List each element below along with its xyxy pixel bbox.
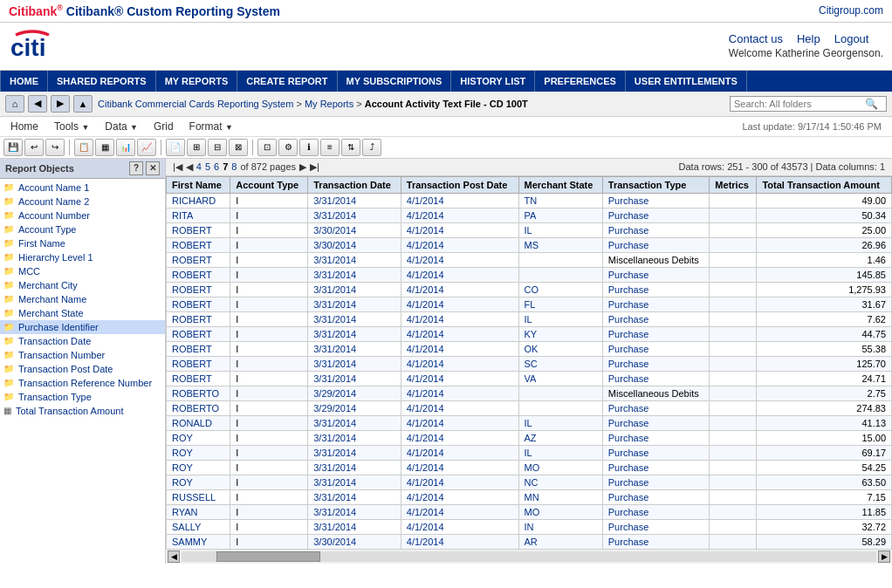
table-row[interactable]: ROBERTI3/31/20144/1/2014KYPurchase44.75 bbox=[167, 326, 892, 341]
scroll-track[interactable] bbox=[182, 551, 876, 562]
chart2-icon-btn[interactable]: 📈 bbox=[137, 139, 156, 156]
obj-purchase-identifier[interactable]: 📁Purchase Identifier bbox=[0, 320, 165, 334]
table-row[interactable]: SAMMYI3/30/20144/1/2014ARPurchase58.29 bbox=[167, 534, 892, 549]
col-transaction-type[interactable]: Transaction Type bbox=[602, 176, 710, 193]
scroll-left-btn[interactable]: ◀ bbox=[168, 550, 180, 563]
next-page-btn[interactable]: ▶ bbox=[299, 161, 306, 173]
table-row[interactable]: RICHARDI3/31/20144/1/2014TNPurchase49.00 bbox=[167, 193, 892, 208]
report-icon-btn[interactable]: 📋 bbox=[74, 139, 93, 156]
home-nav-btn[interactable]: ⌂ bbox=[5, 95, 24, 113]
obj-transaction-post-date[interactable]: 📁Transaction Post Date bbox=[0, 362, 165, 376]
table-row[interactable]: ROYI3/31/20144/1/2014MOPurchase54.25 bbox=[167, 460, 892, 475]
save-icon-btn[interactable]: 💾 bbox=[3, 139, 23, 156]
menu-format[interactable]: Format ▼ bbox=[182, 119, 240, 134]
nav-preferences[interactable]: PREFERENCES bbox=[535, 71, 626, 92]
last-page-btn[interactable]: ▶| bbox=[310, 161, 319, 173]
table-row[interactable]: ROBERTI3/30/20144/1/2014MSPurchase26.96 bbox=[167, 237, 892, 252]
col-merchant-state[interactable]: Merchant State bbox=[518, 176, 602, 193]
breadcrumb-system[interactable]: Citibank Commercial Cards Reporting Syst… bbox=[98, 99, 293, 109]
obj-account-number[interactable]: 📁Account Number bbox=[0, 209, 165, 222]
table-row[interactable]: ROBERTI3/31/20144/1/2014FLPurchase31.67 bbox=[167, 297, 892, 311]
undo-icon-btn[interactable]: ↩ bbox=[24, 139, 44, 156]
obj-transaction-date[interactable]: 📁Transaction Date bbox=[0, 334, 165, 348]
table-row[interactable]: RITAI3/31/20144/1/2014PAPurchase50.34 bbox=[167, 208, 892, 222]
page-icon-btn[interactable]: 📄 bbox=[166, 139, 185, 156]
nav-my-subscriptions[interactable]: MY SUBSCRIPTIONS bbox=[338, 71, 452, 92]
list-icon-btn[interactable]: ≡ bbox=[320, 139, 340, 156]
obj-account-type[interactable]: 📁Account Type bbox=[0, 222, 165, 236]
contact-link[interactable]: Contact us bbox=[729, 32, 783, 45]
menu-data[interactable]: Data ▼ bbox=[98, 119, 145, 134]
redo-icon-btn[interactable]: ↪ bbox=[45, 139, 65, 156]
settings-icon-btn[interactable]: ⚙ bbox=[278, 139, 298, 156]
search-box[interactable]: 🔍 bbox=[730, 96, 887, 112]
table-row[interactable]: ROBERTOI3/29/20144/1/2014Miscellaneous D… bbox=[167, 386, 892, 400]
obj-merchant-state[interactable]: 📁Merchant State bbox=[0, 306, 165, 320]
col-metrics[interactable]: Metrics bbox=[710, 176, 757, 193]
col-first-name[interactable]: First Name bbox=[167, 176, 230, 193]
table-row[interactable]: ROBERTI3/31/20144/1/2014Miscellaneous De… bbox=[167, 252, 892, 267]
scroll-right-btn[interactable]: ▶ bbox=[878, 550, 890, 563]
page-5-link[interactable]: 5 bbox=[205, 161, 210, 172]
sort-icon-btn[interactable]: ⇅ bbox=[341, 139, 360, 156]
table-icon-btn[interactable]: ▦ bbox=[95, 139, 114, 156]
page-4-link[interactable]: 4 bbox=[196, 161, 202, 172]
page-6-link[interactable]: 6 bbox=[214, 161, 219, 172]
menu-tools[interactable]: Tools ▼ bbox=[47, 119, 96, 134]
prev-page-btn[interactable]: ◀ bbox=[186, 161, 193, 173]
table-row[interactable]: ROYI3/31/20144/1/2014AZPurchase15.00 bbox=[167, 430, 892, 445]
table-row[interactable]: RYANI3/31/20144/1/2014MOPurchase11.85 bbox=[167, 504, 892, 519]
table-row[interactable]: RUSSELLI3/31/20144/1/2014MNPurchase7.15 bbox=[167, 489, 892, 504]
nav-user-entitlements[interactable]: USER ENTITLEMENTS bbox=[626, 71, 747, 92]
nav-home[interactable]: HOME bbox=[0, 71, 48, 92]
grid2-icon-btn[interactable]: ⊟ bbox=[208, 139, 227, 156]
obj-transaction-ref-number[interactable]: 📁Transaction Reference Number bbox=[0, 376, 165, 390]
page-8-link[interactable]: 8 bbox=[231, 161, 237, 172]
table-row[interactable]: ROBERTI3/31/20144/1/2014COPurchase1,275.… bbox=[167, 282, 892, 297]
col-total-amount[interactable]: Total Transaction Amount bbox=[757, 176, 892, 193]
table-row[interactable]: ROBERTI3/31/20144/1/2014ILPurchase7.62 bbox=[167, 311, 892, 326]
breadcrumb-section[interactable]: My Reports bbox=[305, 99, 353, 109]
col-transaction-post-date[interactable]: Transaction Post Date bbox=[401, 176, 518, 193]
grid1-icon-btn[interactable]: ⊞ bbox=[187, 139, 206, 156]
obj-hierarchy-level-1[interactable]: 📁Hierarchy Level 1 bbox=[0, 250, 165, 264]
table-row[interactable]: ROBERTI3/31/20144/1/2014VAPurchase24.71 bbox=[167, 371, 892, 386]
col-account-type[interactable]: Account Type bbox=[230, 176, 308, 193]
grid3-icon-btn[interactable]: ⊠ bbox=[229, 139, 248, 156]
nav-create-report[interactable]: CREATE REPORT bbox=[237, 71, 337, 92]
search-icon[interactable]: 🔍 bbox=[865, 98, 878, 110]
menu-grid[interactable]: Grid bbox=[147, 119, 181, 134]
nav-my-reports[interactable]: MY REPORTS bbox=[156, 71, 238, 92]
table-row[interactable]: RONALDI3/31/20144/1/2014ILPurchase41.13 bbox=[167, 415, 892, 430]
obj-merchant-name[interactable]: 📁Merchant Name bbox=[0, 292, 165, 306]
table-row[interactable]: SALLYI3/31/20144/1/2014INPurchase32.72 bbox=[167, 519, 892, 534]
chart-bar-icon-btn[interactable]: 📊 bbox=[116, 139, 135, 156]
filter-icon-btn[interactable]: ⊡ bbox=[257, 139, 277, 156]
first-page-btn[interactable]: |◀ bbox=[173, 161, 182, 173]
table-row[interactable]: ROBERTI3/30/20144/1/2014ILPurchase25.00 bbox=[167, 222, 892, 237]
obj-transaction-number[interactable]: 📁Transaction Number bbox=[0, 348, 165, 362]
up-nav-btn[interactable]: ▲ bbox=[73, 95, 93, 113]
info-icon-btn[interactable]: ℹ bbox=[299, 139, 319, 156]
table-row[interactable]: ROBERTOI3/29/20144/1/2014Purchase274.83 bbox=[167, 400, 892, 415]
data-grid-container[interactable]: First Name Account Type Transaction Date… bbox=[166, 176, 892, 549]
nav-history-list[interactable]: HISTORY LIST bbox=[451, 71, 535, 92]
table-row[interactable]: ROBERTI3/31/20144/1/2014Purchase145.85 bbox=[167, 267, 892, 282]
obj-total-transaction-amount[interactable]: ▦Total Transaction Amount bbox=[0, 404, 165, 418]
table-row[interactable]: ROBERTI3/31/20144/1/2014SCPurchase125.70 bbox=[167, 356, 892, 371]
obj-transaction-type[interactable]: 📁Transaction Type bbox=[0, 390, 165, 404]
help-btn[interactable]: ? bbox=[129, 161, 143, 175]
table-row[interactable]: ROYI3/31/20144/1/2014ILPurchase69.17 bbox=[167, 445, 892, 460]
export-icon-btn[interactable]: ⤴ bbox=[362, 139, 381, 156]
obj-account-name-1[interactable]: 📁Account Name 1 bbox=[0, 181, 165, 195]
col-transaction-date[interactable]: Transaction Date bbox=[308, 176, 401, 193]
search-input[interactable] bbox=[734, 99, 865, 109]
bottom-scroll[interactable]: ◀ ▶ bbox=[166, 549, 892, 564]
table-row[interactable]: ROBERTI3/31/20144/1/2014OKPurchase55.38 bbox=[167, 341, 892, 356]
obj-mcc[interactable]: 📁MCC bbox=[0, 264, 165, 278]
menu-home[interactable]: Home bbox=[3, 119, 45, 134]
nav-shared-reports[interactable]: SHARED REPORTS bbox=[48, 71, 156, 92]
close-btn[interactable]: ✕ bbox=[146, 161, 160, 175]
table-row[interactable]: ROYI3/31/20144/1/2014NCPurchase63.50 bbox=[167, 475, 892, 489]
back-nav-btn[interactable]: ◀ bbox=[28, 95, 47, 113]
